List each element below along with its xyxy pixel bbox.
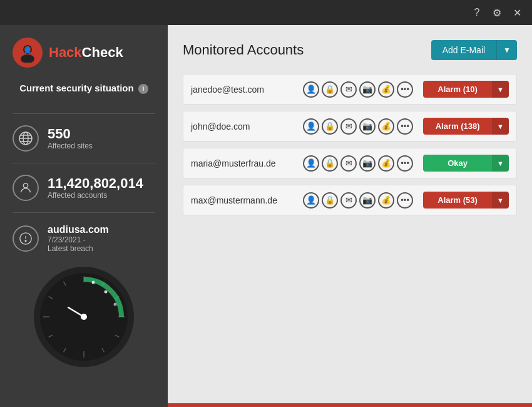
affected-accounts-label: Affected accounts [48, 191, 143, 200]
account-row: janedoe@test.com👤🔒✉📷💰•••Alarm (10)▼ [183, 74, 517, 105]
status-button[interactable]: Okay [423, 155, 492, 172]
status-button[interactable]: Alarm (53) [423, 192, 492, 209]
account-icon-3[interactable]: 📷 [359, 81, 376, 98]
account-icon-1[interactable]: 🔒 [322, 118, 338, 135]
divider-3 [13, 212, 155, 213]
logo-text: HackCheck [49, 44, 123, 61]
svg-text:👤: 👤 [24, 46, 32, 54]
hacker-icon: 👤 [18, 43, 38, 63]
account-icon-5[interactable]: ••• [397, 192, 413, 209]
svg-point-28 [114, 303, 117, 306]
account-icon-2[interactable]: ✉ [340, 81, 357, 98]
logo-icon: 👤 [13, 38, 43, 68]
svg-point-9 [23, 183, 28, 188]
alert-icon [13, 225, 39, 252]
account-icon-5[interactable]: ••• [397, 81, 413, 98]
bottom-bar [168, 403, 532, 407]
status-button[interactable]: Alarm (10) [423, 81, 492, 98]
logo-area: 👤 HackCheck [13, 38, 123, 68]
account-icon-0[interactable]: 👤 [303, 81, 319, 98]
affected-sites-row: 550 Affected sites [13, 121, 155, 155]
account-icon-0[interactable]: 👤 [303, 155, 319, 172]
main-content: Monitored Accounts Add E-Mail ▼ janedoe@… [168, 25, 532, 407]
account-icon-5[interactable]: ••• [397, 155, 413, 172]
account-icons: 👤🔒✉📷💰••• [303, 81, 413, 98]
close-button[interactable]: ✕ [507, 3, 527, 23]
affected-accounts-row: 11,420,802,014 Affected accounts [13, 171, 155, 205]
account-icons: 👤🔒✉📷💰••• [303, 118, 413, 135]
title-bar: ? ⚙ ✕ [0, 0, 532, 25]
page-title: Monitored Accounts [183, 42, 304, 58]
status-button-group: Okay▼ [423, 155, 509, 172]
status-dropdown-button[interactable]: ▼ [492, 155, 509, 172]
help-button[interactable]: ? [467, 3, 487, 23]
account-icon-3[interactable]: 📷 [359, 155, 376, 172]
account-icon-1[interactable]: 🔒 [322, 155, 338, 172]
status-dropdown-button[interactable]: ▼ [492, 81, 509, 98]
account-icon-0[interactable]: 👤 [303, 118, 319, 135]
account-email: max@mustermann.de [191, 195, 298, 205]
breach-date: 7/23/2021 - [48, 235, 109, 244]
status-button-group: Alarm (53)▼ [423, 192, 509, 209]
add-email-dropdown-button[interactable]: ▼ [496, 40, 517, 60]
account-icon-4[interactable]: 💰 [378, 118, 394, 135]
account-row: john@doe.com👤🔒✉📷💰•••Alarm (138)▼ [183, 111, 517, 142]
account-icon-1[interactable]: 🔒 [322, 192, 338, 209]
person-icon [13, 175, 39, 201]
svg-point-26 [92, 281, 95, 284]
account-icons: 👤🔒✉📷💰••• [303, 192, 413, 209]
status-button-group: Alarm (10)▼ [423, 81, 509, 98]
add-email-button[interactable]: Add E-Mail [431, 40, 496, 60]
settings-button[interactable]: ⚙ [487, 3, 507, 23]
status-dropdown-button[interactable]: ▼ [492, 192, 509, 209]
account-icon-5[interactable]: ••• [397, 118, 413, 135]
account-icon-1[interactable]: 🔒 [322, 81, 338, 98]
account-icon-2[interactable]: ✉ [340, 192, 357, 209]
account-icon-4[interactable]: 💰 [378, 155, 394, 172]
accounts-list: janedoe@test.com👤🔒✉📷💰•••Alarm (10)▼john@… [183, 74, 517, 215]
breach-label: Latest breach [48, 244, 109, 253]
globe-icon [13, 125, 39, 152]
account-icons: 👤🔒✉📷💰••• [303, 155, 413, 172]
security-title: Current security situation i [19, 81, 148, 95]
svg-point-30 [81, 314, 87, 320]
account-icon-2[interactable]: ✉ [340, 155, 357, 172]
svg-point-1 [21, 54, 34, 63]
account-icon-0[interactable]: 👤 [303, 192, 319, 209]
add-email-button-group: Add E-Mail ▼ [431, 40, 517, 60]
account-icon-3[interactable]: 📷 [359, 118, 376, 135]
account-email: janedoe@test.com [191, 85, 298, 95]
divider-1 [13, 113, 155, 114]
main-header: Monitored Accounts Add E-Mail ▼ [183, 40, 517, 60]
account-icon-2[interactable]: ✉ [340, 118, 357, 135]
latest-breach-row: audiusa.com 7/23/2021 - Latest breach [13, 220, 155, 257]
account-icon-3[interactable]: 📷 [359, 192, 376, 209]
affected-accounts-value: 11,420,802,014 [48, 176, 143, 191]
status-button-group: Alarm (138)▼ [423, 118, 509, 135]
breach-site: audiusa.com [48, 224, 109, 235]
divider-2 [13, 163, 155, 163]
account-email: john@doe.com [191, 121, 298, 131]
gauge-svg [37, 270, 131, 364]
sidebar: 👤 HackCheck Current security situation i… [0, 25, 168, 407]
account-icon-4[interactable]: 💰 [378, 81, 394, 98]
status-button[interactable]: Alarm (138) [423, 118, 492, 135]
account-email: maria@musterfrau.de [191, 158, 298, 168]
account-row: maria@musterfrau.de👤🔒✉📷💰•••Okay▼ [183, 148, 517, 178]
account-icon-4[interactable]: 💰 [378, 192, 394, 209]
svg-point-12 [25, 240, 26, 242]
gauge [34, 267, 134, 367]
status-dropdown-button[interactable]: ▼ [492, 118, 509, 135]
info-icon[interactable]: i [138, 84, 148, 94]
account-row: max@mustermann.de👤🔒✉📷💰•••Alarm (53)▼ [183, 185, 517, 215]
affected-sites-label: Affected sites [48, 142, 93, 150]
affected-sites-value: 550 [48, 126, 93, 142]
svg-point-27 [105, 291, 108, 294]
